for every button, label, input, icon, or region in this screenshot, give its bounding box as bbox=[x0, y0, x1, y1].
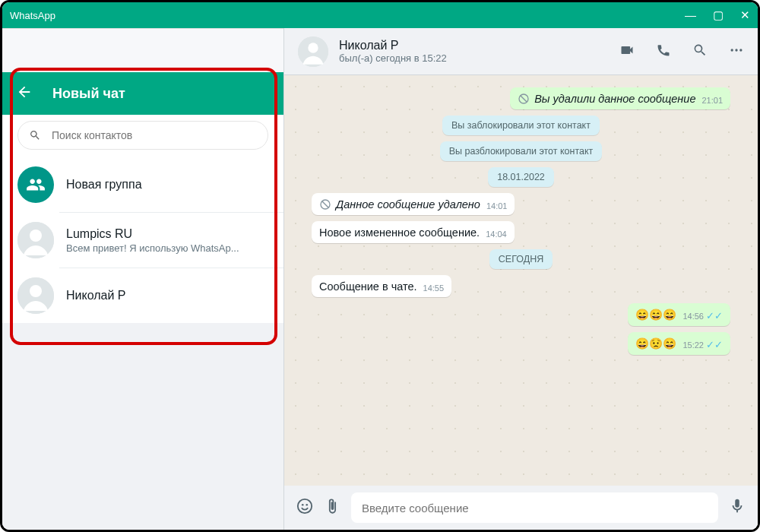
message-list: Вы удалили данное сообщение21:01Вы забло… bbox=[284, 75, 758, 486]
search-input[interactable] bbox=[52, 129, 257, 141]
svg-point-6 bbox=[731, 49, 733, 51]
svg-point-8 bbox=[739, 49, 742, 51]
system-chip: Вы заблокировали этот контакт bbox=[442, 116, 600, 135]
outgoing-message[interactable]: 😄😟😄15:22 ✓✓ bbox=[628, 332, 730, 355]
svg-line-12 bbox=[322, 201, 328, 207]
svg-point-1 bbox=[30, 230, 42, 242]
chat-contact-status: был(-а) сегодня в 15:22 bbox=[339, 52, 609, 64]
app-window: WhatsApp — ▢ ✕ Новый чат bbox=[0, 0, 760, 532]
contact-row[interactable]: Николай Р bbox=[59, 268, 283, 323]
chat-header: Николай Р был(-а) сегодня в 15:22 bbox=[284, 28, 758, 75]
contact-search[interactable] bbox=[17, 121, 268, 150]
group-icon bbox=[17, 166, 54, 203]
outgoing-message[interactable]: 😄😄😄14:56 ✓✓ bbox=[628, 303, 730, 326]
svg-line-10 bbox=[521, 96, 527, 102]
voice-call-icon[interactable] bbox=[656, 43, 671, 61]
app-title: WhatsApp bbox=[10, 10, 55, 21]
contact-name: Николай Р bbox=[66, 289, 126, 302]
search-icon bbox=[29, 129, 41, 141]
new-chat-title: Новый чат bbox=[52, 86, 125, 102]
maximize-button[interactable]: ▢ bbox=[713, 8, 724, 22]
incoming-message[interactable]: Новое измененное сообщение.14:04 bbox=[312, 221, 515, 243]
svg-point-13 bbox=[298, 499, 312, 513]
mic-icon[interactable] bbox=[729, 498, 746, 518]
chat-contact-name: Николай Р bbox=[339, 39, 609, 52]
avatar bbox=[17, 277, 54, 314]
incoming-message[interactable]: Сообщение в чате.14:55 bbox=[312, 275, 451, 297]
input-bar bbox=[284, 486, 758, 530]
system-chip: 18.01.2022 bbox=[488, 167, 554, 187]
window-controls: — ▢ ✕ bbox=[685, 8, 750, 22]
outgoing-message[interactable]: Вы удалили данное сообщение21:01 bbox=[510, 87, 730, 109]
svg-point-15 bbox=[306, 504, 308, 506]
contact-row[interactable]: Lumpics RU Всем привет! Я использую What… bbox=[59, 212, 283, 268]
system-chip: СЕГОДНЯ bbox=[489, 249, 553, 269]
contact-status: Всем привет! Я использую WhatsAp... bbox=[66, 242, 239, 254]
svg-point-7 bbox=[735, 49, 737, 51]
search-in-chat-icon[interactable] bbox=[692, 43, 708, 61]
svg-point-5 bbox=[308, 43, 318, 52]
left-pane: Новый чат Новая группа bbox=[2, 28, 283, 530]
avatar bbox=[17, 222, 54, 258]
contact-name: Lumpics RU bbox=[66, 227, 239, 241]
attach-icon[interactable] bbox=[324, 498, 340, 518]
chat-pane: Николай Р был(-а) сегодня в 15:22 Вы уда… bbox=[283, 28, 758, 530]
svg-point-14 bbox=[302, 504, 304, 506]
contact-list: Новая группа Lumpics RU Всем привет! Я и… bbox=[2, 157, 283, 323]
video-call-icon[interactable] bbox=[619, 43, 635, 61]
chat-avatar[interactable] bbox=[298, 36, 328, 67]
titlebar: WhatsApp — ▢ ✕ bbox=[2, 2, 758, 28]
emoji-icon[interactable] bbox=[296, 498, 313, 518]
new-chat-header: Новый чат bbox=[2, 72, 283, 115]
left-header-spacer bbox=[2, 28, 283, 72]
new-group-label: Новая группа bbox=[66, 178, 142, 192]
svg-point-3 bbox=[30, 285, 42, 297]
more-icon[interactable] bbox=[729, 43, 744, 61]
minimize-button[interactable]: — bbox=[685, 8, 696, 22]
back-arrow-icon[interactable] bbox=[16, 84, 33, 104]
new-group-row[interactable]: Новая группа bbox=[2, 157, 283, 212]
message-input[interactable] bbox=[351, 492, 718, 523]
system-chip: Вы разблокировали этот контакт bbox=[440, 141, 603, 161]
close-button[interactable]: ✕ bbox=[740, 8, 750, 22]
incoming-message[interactable]: Данное сообщение удалено14:01 bbox=[312, 193, 515, 215]
